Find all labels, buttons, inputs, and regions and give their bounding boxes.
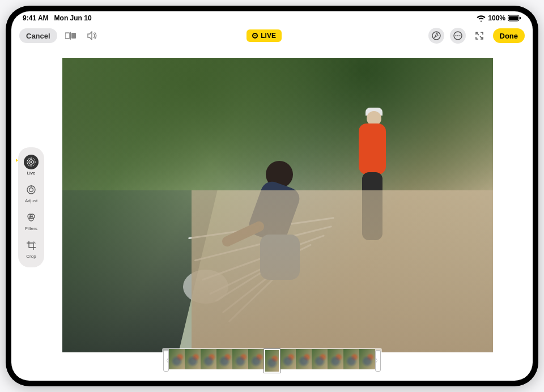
selected-indicator-icon [16,159,18,162]
filmstrip-frame[interactable] [185,349,201,369]
live-ring-icon [252,33,258,39]
rail-item-adjust[interactable]: Adjust [18,180,44,207]
svg-rect-1 [509,16,518,20]
rail-label-filters: Filters [25,226,37,231]
svg-point-9 [457,35,458,36]
svg-point-15 [29,188,33,192]
filmstrip-frame[interactable] [201,349,216,369]
filmstrip-frame[interactable] [264,349,280,373]
compare-toggle-icon[interactable] [63,28,79,44]
filmstrip-handle-left[interactable]: 〈 [163,350,169,372]
filmstrip-handle-right[interactable]: 〉 [375,350,381,372]
live-photo-filmstrip: 〈 〉 [162,348,382,374]
svg-point-13 [31,161,32,163]
rail-item-live[interactable]: Live [18,152,44,180]
svg-point-14 [27,186,35,194]
svg-rect-3 [65,33,70,39]
filmstrip-frame[interactable] [359,349,375,369]
filmstrip-frame[interactable] [232,349,248,369]
rail-item-crop[interactable]: Crop [18,235,44,263]
filmstrip-frame[interactable] [343,349,359,369]
svg-rect-4 [71,33,76,39]
photo-canvas[interactable] [62,58,493,352]
filmstrip-frame[interactable] [248,349,264,369]
svg-point-6 [432,32,440,40]
status-battery-pct: 100% [488,14,505,22]
edit-mode-rail: Live Adjust Filters [18,147,44,267]
rail-item-filters[interactable]: Filters [18,207,44,235]
live-photo-badge[interactable]: LIVE [246,29,282,42]
rail-label-adjust: Adjust [25,198,37,203]
svg-rect-2 [520,17,521,19]
filmstrip-frame[interactable] [169,349,185,369]
volume-icon[interactable] [84,28,100,44]
fullscreen-icon[interactable] [471,28,487,44]
filmstrip-frame[interactable] [280,349,296,369]
done-button[interactable]: Done [493,28,525,43]
wifi-icon [477,15,486,22]
status-bar: 9:41 AM Mon Jun 10 100% [11,11,533,25]
cancel-button[interactable]: Cancel [19,28,57,43]
svg-point-8 [455,35,456,36]
filmstrip-frame[interactable] [328,349,343,369]
filters-icon [24,210,39,225]
live-badge-label: LIVE [261,32,276,40]
photo-person-background [351,111,390,253]
crop-icon [24,238,39,253]
photo-water-region [62,190,256,352]
filmstrip-frame[interactable] [312,349,328,369]
battery-icon [508,15,521,22]
status-date: Mon Jun 10 [54,14,92,22]
markup-icon[interactable] [428,28,444,44]
svg-point-10 [459,35,460,36]
filmstrip-frame[interactable] [296,349,312,369]
editor-toolbar: Cancel LIVE [11,25,533,46]
ipad-frame: 9:41 AM Mon Jun 10 100% Cancel [6,6,538,386]
more-options-icon[interactable] [450,28,466,44]
editor-content: Live Adjust Filters [11,46,533,381]
live-mode-icon [24,155,39,169]
rail-label-live: Live [27,171,36,176]
rail-label-crop: Crop [26,254,36,259]
photo-person-foreground [243,161,311,308]
adjust-icon [24,182,39,197]
screen: 9:41 AM Mon Jun 10 100% Cancel [11,11,533,381]
status-time: 9:41 AM [23,14,49,22]
filmstrip-frame[interactable] [216,349,232,369]
